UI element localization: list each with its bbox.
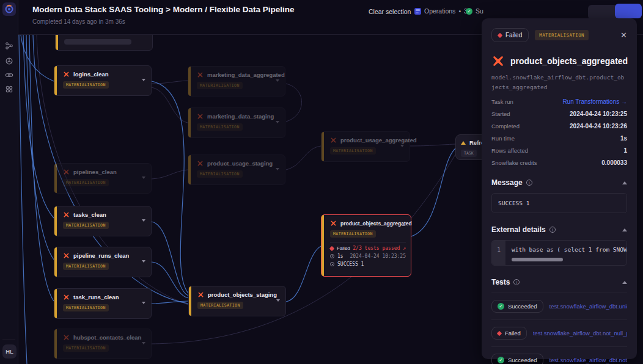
user-avatar[interactable]: HL xyxy=(2,344,17,359)
collapse-icon[interactable] xyxy=(622,181,627,184)
chevron-down-icon[interactable] xyxy=(142,260,145,263)
operations-counter[interactable]: Operations • 35 xyxy=(414,7,471,15)
chevron-down-icon[interactable] xyxy=(400,145,404,147)
chevron-down-icon[interactable] xyxy=(276,121,279,123)
dag-node-product-objects-staging[interactable]: product_objects_staging MATERIALISATION xyxy=(188,286,286,316)
node-title: logins_clean xyxy=(73,71,109,78)
node-status-stripe xyxy=(322,215,324,276)
link-icon[interactable] xyxy=(5,71,13,79)
test-row: Succeeded test.snowflake_airflow_dbt.uni… xyxy=(491,293,627,320)
dbt-icon xyxy=(330,137,337,144)
app-logo-icon[interactable] xyxy=(2,2,16,16)
test-link[interactable]: test.snowflake_airflow_dbt.not_null_pr xyxy=(549,357,627,363)
node-status-stripe xyxy=(54,164,57,193)
detail-value: 2024-04-24 10:23:25 xyxy=(570,111,627,117)
sidebar: HL xyxy=(0,0,18,364)
apps-icon[interactable] xyxy=(5,85,13,93)
node-title: product_objects_staging xyxy=(208,291,277,298)
wheel-icon[interactable] xyxy=(5,57,13,65)
dag-node-marketing-data-aggregated[interactable]: marketing_data_aggregated MATERIALISATIO… xyxy=(188,66,285,96)
chevron-down-icon[interactable] xyxy=(142,342,145,344)
dag-node-logins-clean[interactable]: logins_clean MATERIALISATION xyxy=(54,65,152,96)
dag-node-task-runs-clean[interactable]: task_runs_clean MATERIALISATION xyxy=(54,288,152,319)
test-status-badge: Succeeded xyxy=(491,300,543,313)
detail-label: Snowflake credits xyxy=(491,159,537,166)
dag-node-product-objects-aggregated-selected[interactable]: product_objects_aggregated MATERIALISATI… xyxy=(321,214,411,277)
node-runtime: 1s xyxy=(337,253,344,259)
tests-summary-link[interactable]: 2/3 tests passed ↗ xyxy=(353,246,406,251)
node-title: marketing_data_aggregated xyxy=(207,71,285,78)
node-title: task_runs_clean xyxy=(73,294,119,300)
node-status-stripe xyxy=(189,286,191,316)
dbt-icon xyxy=(63,211,70,218)
succeeded-icon xyxy=(466,8,472,15)
details-panel: Failed MATERIALISATION ✕ product_objects… xyxy=(482,18,637,359)
task-badge: TASK xyxy=(461,150,477,157)
run-summary: Completed 14 days ago in 3m 36s xyxy=(32,18,125,25)
secondary-button[interactable] xyxy=(588,5,617,20)
warning-triangle-icon xyxy=(461,141,466,145)
info-icon xyxy=(513,279,520,285)
close-icon[interactable]: ✕ xyxy=(620,31,627,40)
node-title: product_usage_aggregated xyxy=(340,137,417,144)
materialisation-badge: MATERIALISATION xyxy=(63,344,109,352)
succeeded-icon xyxy=(498,357,504,363)
dbt-icon xyxy=(63,334,70,341)
primary-button[interactable] xyxy=(615,4,642,18)
node-status-stripe xyxy=(188,155,191,184)
materialisation-badge: MATERIALISATION xyxy=(535,30,589,40)
dbt-icon xyxy=(63,252,70,259)
test-status-badge: Succeeded xyxy=(491,354,543,364)
chevron-down-icon[interactable] xyxy=(142,302,145,304)
dbt-icon xyxy=(197,71,204,78)
sidebar-divider xyxy=(2,340,15,340)
collapse-icon[interactable] xyxy=(622,281,627,284)
dag-node-partial[interactable] xyxy=(55,35,153,51)
model-path: model.snowflake_airflow_dbt.product_obje… xyxy=(491,73,627,92)
operations-icon xyxy=(414,8,421,15)
dag-node-tasks-clean[interactable]: tasks_clean MATERIALISATION xyxy=(54,206,152,236)
materialisation-badge: MATERIALISATION xyxy=(63,304,109,311)
chevron-down-icon[interactable] xyxy=(142,177,145,179)
dag-node-pipelines-clean[interactable]: pipelines_clean MATERIALISATION xyxy=(54,163,152,194)
dbt-icon xyxy=(63,71,70,78)
failed-icon xyxy=(498,32,502,37)
succeeded-label: Su xyxy=(476,7,483,15)
test-status-label: Failed xyxy=(505,330,521,337)
operations-label: Operations xyxy=(424,7,455,15)
materialisation-badge: MATERIALISATION xyxy=(197,170,243,178)
chevron-down-icon[interactable] xyxy=(276,168,279,170)
detail-label: Run time xyxy=(491,135,515,142)
dag-node-product-usage-staging[interactable]: product_usage_staging MATERIALISATION xyxy=(188,155,285,185)
materialisation-badge: MATERIALISATION xyxy=(63,222,109,229)
chevron-down-icon[interactable] xyxy=(276,299,280,302)
dag-node-pipeline-runs-clean[interactable]: pipeline_runs_clean MATERIALISATION xyxy=(54,247,152,277)
chevron-down-icon[interactable] xyxy=(142,79,145,81)
node-status-stripe xyxy=(54,329,57,359)
panel-title: product_objects_aggregated xyxy=(510,56,628,66)
task-run-link[interactable]: Run Transformations → xyxy=(562,98,627,105)
detail-value: 0.000033 xyxy=(601,159,627,166)
detail-label: Completed xyxy=(491,123,520,129)
dbt-icon xyxy=(197,113,204,120)
node-message: SUCCESS 1 xyxy=(337,261,364,267)
materialisation-badge: MATERIALISATION xyxy=(330,147,376,155)
dag-node-product-usage-aggregated[interactable]: product_usage_aggregated MATERIALISATION xyxy=(321,131,410,162)
materialisation-badge: MATERIALISATION xyxy=(63,263,109,270)
chevron-down-icon[interactable] xyxy=(142,219,145,222)
test-link[interactable]: test.snowflake_airflow_dbt.unique_pro xyxy=(549,303,627,310)
test-link[interactable]: test.snowflake_airflow_dbt.not_null_pr xyxy=(533,330,627,337)
succeeded-counter[interactable]: Su xyxy=(466,7,483,15)
horizontal-scrollbar[interactable] xyxy=(512,258,563,261)
chevron-up-icon[interactable] xyxy=(402,224,405,226)
collapse-icon[interactable] xyxy=(622,228,627,231)
materialisation-badge: MATERIALISATION xyxy=(197,302,243,309)
lineage-icon[interactable] xyxy=(5,42,13,50)
chevron-down-icon[interactable] xyxy=(276,79,279,82)
materialisation-badge: MATERIALISATION xyxy=(197,82,243,89)
dbt-icon xyxy=(63,294,70,300)
dag-node-hubspot-contacts-clean[interactable]: hubspot_contacts_clean MATERIALISATION xyxy=(54,329,152,359)
dag-node-marketing-data-staging[interactable]: marketing_data_staging MATERIALISATION xyxy=(188,107,285,138)
dbt-icon xyxy=(330,220,337,227)
clear-selection-button[interactable]: Clear selection xyxy=(369,8,411,15)
